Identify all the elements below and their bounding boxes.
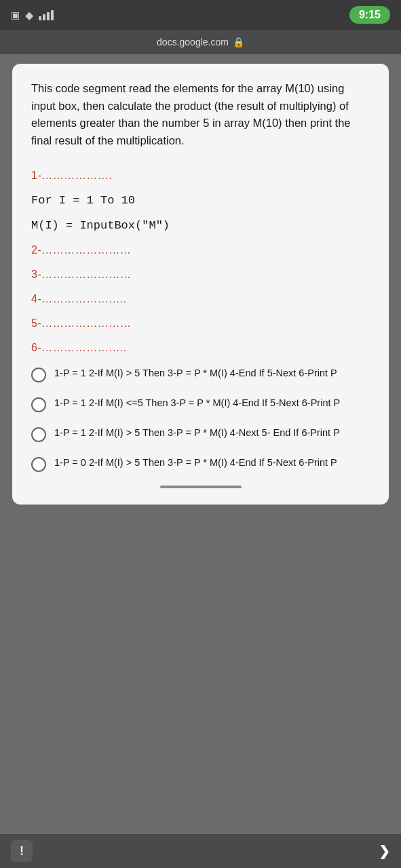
bottom-bar: ! ❯ (0, 834, 401, 868)
radio-c[interactable] (31, 427, 46, 442)
radio-a[interactable] (31, 368, 46, 382)
option-b[interactable]: 1-P = 1 2-If M(I) <=5 Then 3-P = P * M(I… (31, 396, 370, 412)
radio-d[interactable] (31, 457, 46, 472)
blank-6: 6-………………….. (31, 342, 370, 354)
exclamation-button[interactable]: ! (11, 840, 33, 862)
status-bar: ▣ ◆ 9:15 (0, 0, 401, 30)
description-text: This code segment read the elements for … (31, 80, 370, 149)
options-section: 1-P = 1 2-If M(I) > 5 Then 3-P = P * M(I… (31, 366, 370, 472)
wifi-icon: ◆ (25, 9, 33, 22)
signal-bars (39, 10, 54, 20)
blank-2: 2-…………………… (31, 244, 370, 256)
home-indicator (160, 486, 242, 488)
blank-5: 5-…………………… (31, 317, 370, 330)
blank-3: 3-…………………… (31, 269, 370, 281)
time-badge: 9:15 (349, 6, 390, 24)
option-c-text: 1-P = 1 2-If M(I) > 5 Then 3-P = P * M(I… (54, 426, 340, 441)
option-a[interactable]: 1-P = 1 2-If M(I) > 5 Then 3-P = P * M(I… (31, 366, 370, 382)
content-card: This code segment read the elements for … (12, 64, 389, 505)
option-c[interactable]: 1-P = 1 2-If M(I) > 5 Then 3-P = P * M(I… (31, 426, 370, 442)
option-d-text: 1-P = 0 2-If M(I) > 5 Then 3-P = P * M(I… (54, 456, 337, 471)
option-a-text: 1-P = 1 2-If M(I) > 5 Then 3-P = P * M(I… (54, 366, 337, 381)
forward-arrow[interactable]: ❯ (379, 843, 390, 859)
status-left-icons: ▣ ◆ (11, 9, 54, 22)
address-bar[interactable]: docs.google.com 🔒 (0, 30, 401, 54)
blank-4: 4-………………….. (31, 293, 370, 305)
code-line-2: M(I) = InputBox("M") (31, 219, 370, 232)
radio-b[interactable] (31, 397, 46, 412)
url-text: docs.google.com (157, 37, 229, 47)
blank-1: 1-………………. (31, 170, 370, 182)
option-d[interactable]: 1-P = 0 2-If M(I) > 5 Then 3-P = P * M(I… (31, 456, 370, 472)
screen-icon: ▣ (11, 9, 20, 20)
lock-icon: 🔒 (233, 37, 244, 47)
code-line-1: For I = 1 To 10 (31, 194, 370, 207)
option-b-text: 1-P = 1 2-If M(I) <=5 Then 3-P = P * M(I… (54, 396, 340, 411)
